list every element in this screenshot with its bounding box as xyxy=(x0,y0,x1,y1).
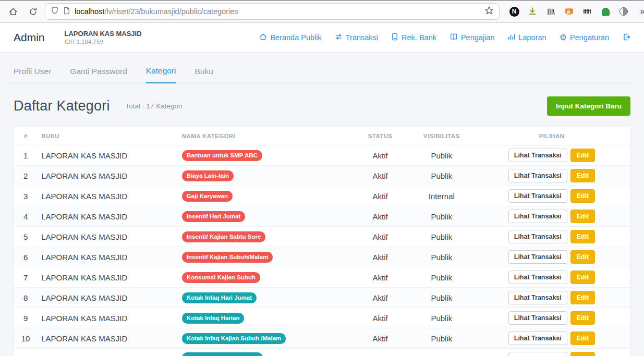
header-nama-kategori: NAMA KATEGORI xyxy=(178,127,351,145)
edit-button[interactable]: Edit xyxy=(570,332,596,345)
rss-screen-icon[interactable] xyxy=(564,6,574,17)
table-header-row: # BUKU NAMA KATEGORI STATUS VISIBILITAS … xyxy=(14,127,630,145)
globe-circle-icon[interactable] xyxy=(618,6,629,17)
view-transactions-button[interactable]: Lihat Transaksi xyxy=(508,189,567,203)
row-visibility: Internal xyxy=(409,186,473,206)
row-book: LAPORAN KAS MASJID xyxy=(37,308,178,328)
edit-button[interactable]: Edit xyxy=(570,250,596,264)
table-row: 2 LAPORAN KAS MASJID Biaya Lain-lain Akt… xyxy=(14,166,630,186)
row-number: 7 xyxy=(14,267,37,288)
tab-ganti-password[interactable]: Ganti Password xyxy=(70,67,127,83)
edit-button[interactable]: Edit xyxy=(570,352,596,356)
org-name: LAPORAN KAS MASJID xyxy=(65,30,142,38)
view-transactions-button[interactable]: Lihat Transaksi xyxy=(508,230,567,243)
url-path: /lv/riset/23/bukumasjid/public/categorie… xyxy=(104,7,238,16)
nav-pengaturan[interactable]: ⚙ Pengaturan xyxy=(560,33,609,42)
category-badge: Kotak Infaq Kajian Subuh /Malam xyxy=(182,333,286,344)
nav-label: Laporan xyxy=(518,33,546,42)
header-pilihan: PILIHAN xyxy=(473,127,630,145)
tab-buku[interactable]: Buku xyxy=(195,67,213,83)
row-status: Aktif xyxy=(351,288,410,308)
reload-icon[interactable] xyxy=(25,4,41,19)
nav-label: Beranda Publik xyxy=(270,33,321,42)
table-row: 3 LAPORAN KAS MASJID Gaji Karyawan Aktif… xyxy=(14,186,630,206)
row-status: Aktif xyxy=(351,328,410,349)
url-text[interactable]: localhost/lv/riset/23/bukumasjid/public/… xyxy=(75,7,238,16)
row-visibility: Publik xyxy=(409,267,473,288)
table-row: 5 LAPORAN KAS MASJID Insentif Kajian Sab… xyxy=(14,227,630,247)
row-status: Aktif xyxy=(351,227,410,247)
nav-logout[interactable] xyxy=(622,33,630,43)
edit-button[interactable]: Edit xyxy=(570,210,596,223)
bar-chart-icon xyxy=(507,33,515,42)
row-visibility: Publik xyxy=(409,247,473,267)
nav-pengajian[interactable]: Pengajian xyxy=(449,33,495,42)
row-number: 6 xyxy=(14,247,37,267)
gear-icon: ⚙ xyxy=(560,33,567,42)
edit-button[interactable]: Edit xyxy=(570,230,596,243)
view-transactions-button[interactable]: Lihat Transaksi xyxy=(508,311,567,325)
nav-rek-bank[interactable]: Rek. Bank xyxy=(391,33,436,42)
overflow-chevrons-icon[interactable]: » xyxy=(637,6,644,17)
view-transactions-button[interactable]: Lihat Transaksi xyxy=(508,210,567,223)
view-transactions-button[interactable]: Lihat Transaksi xyxy=(508,250,567,264)
category-badge: Kotak Infaq Harian xyxy=(182,313,245,324)
edit-button[interactable]: Edit xyxy=(570,189,596,203)
edit-button[interactable]: Edit xyxy=(570,149,596,162)
bookmark-star-icon[interactable] xyxy=(484,6,494,17)
row-visibility: Publik xyxy=(409,227,473,247)
nav-laporan[interactable]: Laporan xyxy=(507,33,546,42)
arch-icon[interactable] xyxy=(600,6,611,17)
input-kategori-baru-button[interactable]: Input Kategori Baru xyxy=(547,96,630,116)
shield-icon[interactable] xyxy=(51,6,59,17)
row-book: LAPORAN KAS MASJID xyxy=(37,328,178,349)
edit-button[interactable]: Edit xyxy=(570,169,596,182)
table-row: 1 LAPORAN KAS MASJID Bantuan untuk SMP A… xyxy=(14,145,630,166)
row-visibility: Publik xyxy=(409,288,473,308)
url-bar[interactable]: localhost/lv/riset/23/bukumasjid/public/… xyxy=(45,3,500,20)
nav-label: Transaksi xyxy=(346,33,378,42)
view-transactions-button[interactable]: Lihat Transaksi xyxy=(508,169,567,182)
view-transactions-button[interactable]: Lihat Transaksi xyxy=(508,149,567,162)
tab-bar: Profil User Ganti Password Kategori Buku xyxy=(6,53,638,83)
admin-label: Admin xyxy=(14,31,45,44)
grille-icon[interactable] xyxy=(582,6,592,17)
row-number: 2 xyxy=(14,166,37,186)
category-badge: Insentif Kajian Subuh/Malam xyxy=(182,252,273,263)
table-row: 7 LAPORAN KAS MASJID Konsumsi Kajian Sub… xyxy=(14,267,630,288)
view-transactions-button[interactable]: Lihat Transaksi xyxy=(508,332,567,345)
row-visibility: Publik xyxy=(409,166,473,186)
app-header: Admin LAPORAN KAS MASJID IDR 1,184,759 B… xyxy=(0,23,644,53)
tab-profil-user[interactable]: Profil User xyxy=(14,67,51,83)
nav-beranda-publik[interactable]: Beranda Publik xyxy=(259,33,321,42)
view-transactions-button[interactable]: Lihat Transaksi xyxy=(508,352,567,356)
extension-row: N » xyxy=(509,6,644,17)
header-buku: BUKU xyxy=(37,127,178,145)
view-transactions-button[interactable]: Lihat Transaksi xyxy=(508,291,567,304)
n-badge-icon[interactable]: N xyxy=(509,6,519,17)
home-icon[interactable] xyxy=(5,4,21,19)
bank-book-icon xyxy=(391,33,398,42)
download-icon[interactable] xyxy=(527,6,538,17)
edit-button[interactable]: Edit xyxy=(570,271,596,284)
home-icon xyxy=(259,33,267,42)
library-icon[interactable] xyxy=(545,6,556,17)
row-status: Aktif xyxy=(351,145,410,166)
row-status: Aktif xyxy=(351,247,410,267)
tab-kategori[interactable]: Kategori xyxy=(146,66,176,83)
row-visibility: Publik xyxy=(409,145,473,166)
header-visibilitas: VISIBILITAS xyxy=(409,127,473,145)
row-number: 3 xyxy=(14,186,37,206)
table-row: 9 LAPORAN KAS MASJID Kotak Infaq Harian … xyxy=(14,308,630,328)
edit-button[interactable]: Edit xyxy=(570,291,596,304)
org-balance: IDR 1,184,759 xyxy=(65,38,142,45)
transfer-icon xyxy=(335,33,343,42)
row-number: 9 xyxy=(14,308,37,328)
page-info-icon[interactable] xyxy=(63,7,70,17)
category-badge: Kotak Infaq Hari Jumat xyxy=(182,292,257,303)
edit-button[interactable]: Edit xyxy=(570,311,596,325)
nav-transaksi[interactable]: Transaksi xyxy=(335,33,378,42)
title-row: Daftar Kategori Total : 17 Kategori Inpu… xyxy=(0,83,644,127)
row-book: LAPORAN KAS MASJID xyxy=(37,267,178,288)
view-transactions-button[interactable]: Lihat Transaksi xyxy=(508,271,567,284)
